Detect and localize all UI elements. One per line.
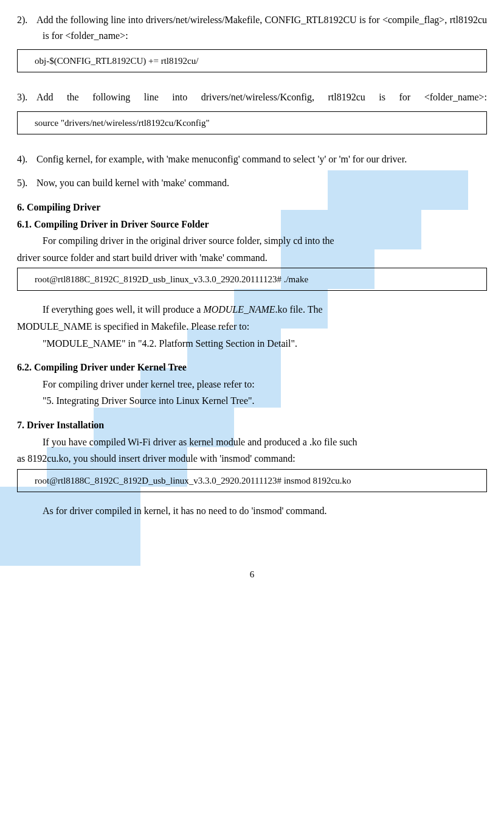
section-7-title: 7. Driver Installation	[17, 417, 487, 433]
step-2-text: Add the following line into drivers/net/…	[36, 15, 487, 41]
sec6-2-p1: For compiling driver under kernel tree, …	[17, 377, 487, 392]
section-6-1-title: 6.1. Compiling Driver in Driver Source F…	[17, 217, 487, 232]
step-4-text: Config kernel, for example, with 'make m…	[36, 154, 407, 164]
step-4: 4).Config kernel, for example, with 'mak…	[17, 151, 487, 167]
sec6-1-p3c: .ko file. The	[275, 304, 323, 315]
section-6-2-title: 6.2. Compiling Driver under Kernel Tree	[17, 360, 487, 375]
step-5-text: Now, you can build kernel with 'make' co…	[36, 178, 229, 188]
step-3-text: Add the following line into drivers/net/…	[36, 92, 487, 102]
step-3: 3).Add the following line into drivers/n…	[17, 89, 487, 105]
page-number: 6	[17, 567, 487, 582]
step-3-num: 3).	[17, 89, 36, 105]
code-box-insmod: root@rtl8188C_8192C_8192D_usb_linux_v3.3…	[17, 469, 487, 492]
step-2-num: 2).	[17, 12, 36, 28]
code-box-makefile: obj-$(CONFIG_RTL8192CU) += rtl8192cu/	[17, 49, 487, 72]
sec6-1-p5: "MODULE_NAME" in "4.2. Platform Setting …	[17, 336, 487, 352]
step-5-num: 5).	[17, 175, 36, 191]
code-box-make: root@rtl8188C_8192C_8192D_usb_linux_v3.3…	[17, 268, 487, 291]
module-name-italic: MODULE_NAME	[203, 304, 275, 315]
sec7-p2: as 8192cu.ko, you should insert driver m…	[17, 451, 487, 467]
sec6-1-p3a: If everything goes well, it will produce…	[43, 304, 203, 315]
sec6-1-p3: If everything goes well, it will produce…	[17, 302, 487, 318]
sec6-1-p4: MODULE_NAME is specified in Makefile. Pl…	[17, 319, 487, 335]
step-2: 2).Add the following line into drivers/n…	[17, 12, 487, 43]
sec7-p3: As for driver compiled in kernel, it has…	[17, 503, 487, 519]
section-6-title: 6. Compiling Driver	[17, 200, 487, 215]
sec6-1-p2: driver source folder and start build dri…	[17, 250, 487, 266]
step-4-num: 4).	[17, 151, 36, 167]
sec6-2-p2: "5. Integrating Driver Source into Linux…	[17, 393, 487, 409]
code-box-kconfig: source "drivers/net/wireless/rtl8192cu/K…	[17, 111, 487, 134]
sec6-1-p1: For compiling driver in the original dri…	[17, 233, 487, 249]
step-5: 5).Now, you can build kernel with 'make'…	[17, 175, 487, 191]
sec7-p1: If you have compiled Wi-Fi driver as ker…	[17, 434, 487, 450]
